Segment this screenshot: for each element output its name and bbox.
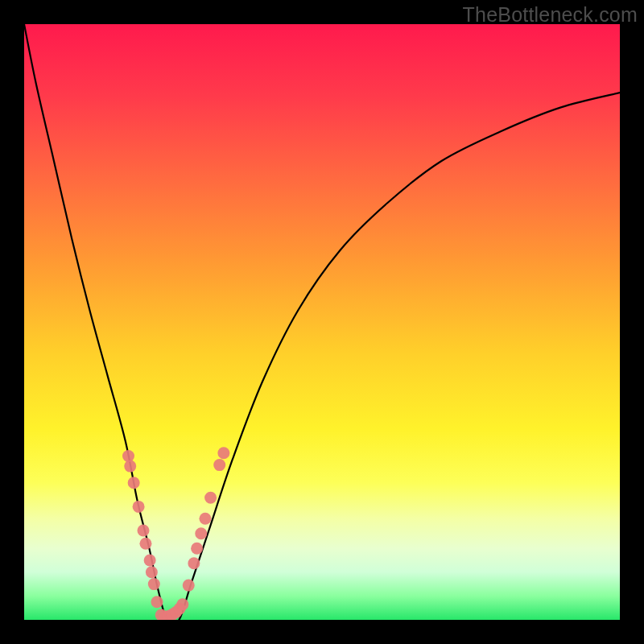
data-marker bbox=[146, 566, 158, 578]
data-marker bbox=[128, 477, 140, 489]
data-marker bbox=[133, 501, 145, 513]
bottleneck-curve bbox=[24, 24, 620, 620]
data-marker bbox=[155, 609, 167, 620]
data-marker bbox=[144, 555, 156, 567]
data-marker bbox=[124, 460, 136, 473]
marker-group bbox=[122, 447, 229, 620]
data-marker bbox=[199, 513, 211, 525]
chart-svg bbox=[24, 24, 620, 620]
data-marker bbox=[176, 598, 188, 610]
data-marker bbox=[195, 527, 207, 539]
data-marker bbox=[217, 447, 229, 459]
data-marker bbox=[122, 450, 134, 462]
data-marker bbox=[213, 459, 225, 471]
data-marker bbox=[139, 538, 151, 550]
data-marker bbox=[148, 578, 160, 590]
data-marker bbox=[191, 543, 203, 555]
data-marker bbox=[204, 492, 217, 504]
data-marker bbox=[167, 609, 179, 620]
watermark-text: TheBottleneck.com bbox=[463, 3, 638, 27]
chart-container: TheBottleneck.com bbox=[0, 0, 644, 644]
curve-path bbox=[24, 24, 620, 620]
data-marker bbox=[188, 557, 200, 569]
data-marker bbox=[151, 596, 163, 608]
data-marker bbox=[174, 602, 186, 614]
data-marker bbox=[170, 606, 182, 618]
data-marker bbox=[183, 580, 195, 592]
data-marker bbox=[138, 525, 150, 537]
plot-area bbox=[24, 24, 620, 620]
data-marker bbox=[159, 611, 171, 620]
data-marker bbox=[163, 610, 175, 620]
